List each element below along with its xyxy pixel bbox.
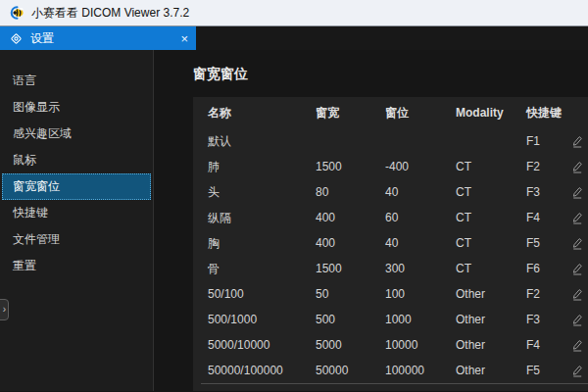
settings-body: 语言 图像显示 感兴趣区域 鼠标 窗宽窗位 快捷键 bbox=[0, 50, 588, 391]
cell-shortcut: F4 bbox=[526, 211, 571, 224]
cell-modality: Other bbox=[456, 313, 526, 326]
sidebar-item-label: 快捷键 bbox=[13, 205, 48, 221]
table-header-row: 名称 窗宽 窗位 Modality 快捷键 bbox=[193, 97, 588, 128]
edit-pencil-icon[interactable] bbox=[571, 364, 585, 377]
cell-shortcut: F2 bbox=[526, 287, 571, 301]
col-header-shortcut: 快捷键 bbox=[526, 105, 571, 122]
cell-shortcut: F3 bbox=[526, 313, 571, 326]
edit-pencil-icon[interactable] bbox=[571, 262, 585, 275]
sidebar-item-label: 窗宽窗位 bbox=[13, 178, 60, 195]
cell-shortcut: F5 bbox=[526, 364, 571, 377]
cell-modality: CT bbox=[456, 236, 526, 250]
cell-window-level: 10000 bbox=[385, 338, 456, 352]
cell-shortcut: F1 bbox=[526, 134, 571, 148]
edit-pencil-icon[interactable] bbox=[571, 211, 585, 224]
cell-window-level: 60 bbox=[385, 211, 456, 224]
table-row: 骨 1500 300 CT F6 bbox=[193, 256, 588, 281]
bee-logo-icon bbox=[8, 5, 25, 21]
cell-window-level: 40 bbox=[385, 185, 456, 199]
cell-window-width: 400 bbox=[316, 236, 385, 250]
sidebar-item[interactable]: 快捷键 bbox=[0, 200, 153, 226]
col-header-window-level: 窗位 bbox=[385, 105, 456, 122]
table-row: 胸 400 40 CT F5 bbox=[193, 230, 588, 256]
dicom-viewer-window: 小赛看看 DICOM Viewer 3.7.2 设置 × 语言 bbox=[0, 0, 588, 392]
gear-icon bbox=[10, 32, 23, 45]
sidebar-item-label: 图像显示 bbox=[13, 99, 60, 116]
col-header-name: 名称 bbox=[208, 105, 316, 122]
sidebar-item-label: 感兴趣区域 bbox=[13, 125, 72, 142]
cell-name: 肺 bbox=[208, 159, 316, 175]
window-title: 小赛看看 DICOM Viewer 3.7.2 bbox=[31, 5, 189, 22]
tabbar: 设置 × bbox=[0, 26, 588, 50]
sidebar-item[interactable]: 重置 bbox=[0, 253, 153, 279]
sidebar-item[interactable]: 鼠标 bbox=[0, 147, 153, 173]
sidebar-item[interactable]: 文件管理 bbox=[0, 226, 153, 253]
cell-name: 5000/10000 bbox=[208, 338, 316, 352]
cell-name: 50000/100000 bbox=[208, 364, 316, 377]
cell-modality: Other bbox=[456, 338, 526, 352]
cell-window-width: 500 bbox=[316, 313, 385, 326]
cell-modality: CT bbox=[456, 262, 526, 275]
settings-sidebar: 语言 图像显示 感兴趣区域 鼠标 窗宽窗位 快捷键 bbox=[0, 50, 154, 391]
cell-name: 骨 bbox=[208, 261, 316, 277]
edit-pencil-icon[interactable] bbox=[571, 236, 585, 250]
table-row: 头 80 40 CT F3 bbox=[193, 179, 588, 205]
col-header-modality: Modality bbox=[456, 106, 526, 120]
edit-pencil-icon[interactable] bbox=[571, 287, 585, 301]
sidebar-item[interactable]: 语言 bbox=[0, 68, 153, 94]
sidebar-item-label: 语言 bbox=[13, 73, 36, 89]
table-row: 肺 1500 -400 CT F2 bbox=[193, 154, 588, 179]
edit-pencil-icon[interactable] bbox=[571, 313, 585, 326]
edit-pencil-icon[interactable] bbox=[571, 338, 585, 352]
cell-shortcut: F6 bbox=[526, 262, 571, 275]
sidebar-item-label: 文件管理 bbox=[13, 231, 60, 248]
cell-window-level: 300 bbox=[385, 262, 456, 275]
edit-pencil-icon[interactable] bbox=[571, 134, 585, 148]
cell-window-level: 1000 bbox=[385, 313, 456, 326]
cell-name: 纵隔 bbox=[208, 210, 316, 226]
table-row: 默认 F1 bbox=[193, 128, 588, 154]
edit-pencil-icon[interactable] bbox=[571, 185, 585, 199]
cell-name: 默认 bbox=[208, 133, 316, 150]
page-title: 窗宽窗位 bbox=[193, 62, 588, 85]
table-row: 5000/10000 5000 10000 Other F4 bbox=[193, 332, 588, 358]
cell-window-level: 100 bbox=[385, 287, 456, 301]
chevron-right-icon: › bbox=[3, 305, 6, 315]
sidebar-item[interactable]: 感兴趣区域 bbox=[0, 121, 153, 147]
cell-shortcut: F5 bbox=[526, 236, 571, 250]
cell-window-level: 100000 bbox=[385, 364, 456, 377]
cell-modality: CT bbox=[456, 211, 526, 224]
table-row: 50/100 50 100 Other F2 bbox=[193, 281, 588, 307]
table-row: 50000/100000 50000 100000 Other F5 bbox=[193, 358, 588, 383]
table-row: 纵隔 400 60 CT F4 bbox=[193, 205, 588, 230]
col-header-window-width: 窗宽 bbox=[316, 105, 385, 122]
table-body: 默认 F1 bbox=[193, 128, 588, 383]
cell-window-width: 5000 bbox=[316, 338, 385, 352]
cell-window-width: 50 bbox=[316, 287, 385, 301]
cell-name: 500/1000 bbox=[208, 313, 316, 326]
cell-window-width: 50000 bbox=[316, 364, 385, 377]
tab-settings[interactable]: 设置 × bbox=[0, 26, 196, 50]
sidebar-item[interactable]: 图像显示 bbox=[0, 94, 153, 121]
titlebar: 小赛看看 DICOM Viewer 3.7.2 bbox=[0, 0, 588, 26]
cell-modality: CT bbox=[456, 160, 526, 173]
cell-modality: Other bbox=[456, 287, 526, 301]
cell-modality: CT bbox=[456, 185, 526, 199]
tab-close-icon[interactable]: × bbox=[180, 32, 188, 45]
sidebar-item-label: 重置 bbox=[13, 258, 36, 274]
cell-modality: Other bbox=[456, 364, 526, 377]
cell-window-level: -400 bbox=[385, 160, 456, 173]
cell-window-width: 80 bbox=[316, 185, 385, 199]
cell-window-width: 1500 bbox=[316, 262, 385, 275]
edit-pencil-icon[interactable] bbox=[571, 160, 585, 173]
sidebar-item[interactable]: 窗宽窗位 bbox=[2, 173, 151, 200]
cell-shortcut: F2 bbox=[526, 160, 571, 173]
cell-window-level: 40 bbox=[385, 236, 456, 250]
cell-window-width: 1500 bbox=[316, 160, 385, 173]
list-divider bbox=[201, 383, 588, 384]
cell-shortcut: F3 bbox=[526, 185, 571, 199]
sidebar-collapse-handle[interactable]: › bbox=[0, 299, 9, 320]
tab-settings-label: 设置 bbox=[30, 30, 54, 47]
sidebar-item-label: 鼠标 bbox=[13, 152, 36, 169]
cell-name: 头 bbox=[208, 184, 316, 201]
